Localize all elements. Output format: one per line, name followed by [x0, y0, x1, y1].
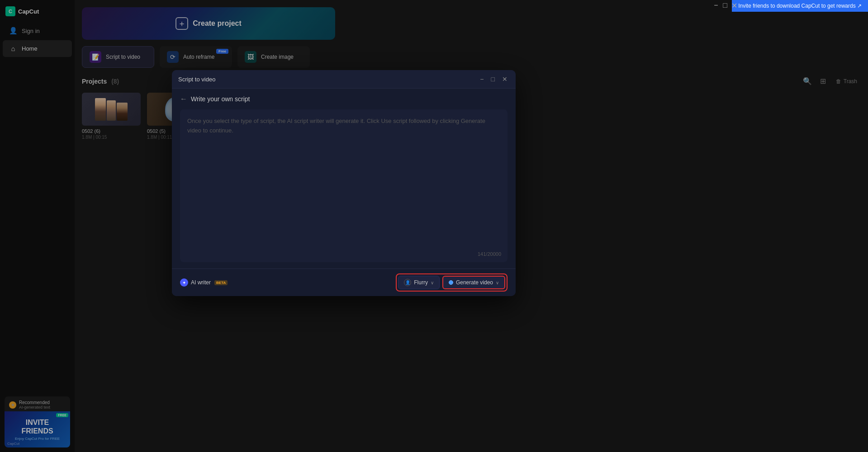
flurry-chevron: ∨ [431, 280, 434, 285]
modal-title: Script to video [178, 76, 215, 83]
ai-writer-icon: ✦ [180, 278, 188, 287]
invite-text: Invite friends to download CapCut to get… [738, 3, 862, 9]
invite-banner[interactable]: Invite friends to download CapCut to get… [732, 0, 868, 12]
script-to-video-modal: Script to video − □ ✕ ← Write your own s… [172, 70, 516, 296]
script-area[interactable]: Once you select the type of script, the … [180, 109, 508, 262]
back-button[interactable]: ← [180, 95, 187, 103]
generate-label: Generate video [456, 279, 493, 286]
flurry-button[interactable]: 👤 Flurry ∨ [398, 276, 440, 289]
modal-nav: ← Write your own script [180, 95, 508, 103]
char-count: 141/20000 [478, 251, 501, 257]
modal-close-btn[interactable]: ✕ [500, 75, 509, 84]
modal-minimize-btn[interactable]: − [478, 75, 485, 84]
flurry-label: Flurry [414, 279, 428, 286]
footer-right-highlighted: 👤 Flurry ∨ Generate video ∨ [396, 273, 508, 292]
window-minimize-btn[interactable]: − [712, 2, 720, 9]
generate-video-button[interactable]: Generate video ∨ [442, 276, 505, 289]
modal-footer: ✦ AI writer BETA 👤 Flurry ∨ Generate vid… [172, 268, 516, 296]
script-placeholder: Once you select the type of script, the … [187, 117, 500, 136]
window-controls: − □ ✕ [709, 0, 741, 11]
window-close-btn[interactable]: ✕ [730, 2, 738, 9]
generate-chevron: ∨ [496, 280, 499, 285]
window-maximize-btn[interactable]: □ [721, 2, 729, 9]
generate-dot-icon [449, 280, 453, 285]
modal-titlebar: Script to video − □ ✕ [172, 70, 516, 89]
modal-maximize-btn[interactable]: □ [489, 75, 497, 84]
modal-win-controls: − □ ✕ [478, 75, 509, 84]
flurry-user-icon: 👤 [404, 279, 411, 286]
modal-body: ← Write your own script Once you select … [172, 89, 516, 268]
modal-nav-title: Write your own script [191, 95, 250, 103]
beta-badge: BETA [214, 280, 228, 285]
ai-writer-button[interactable]: ✦ AI writer BETA [180, 278, 228, 287]
ai-writer-label: AI writer [191, 279, 211, 286]
